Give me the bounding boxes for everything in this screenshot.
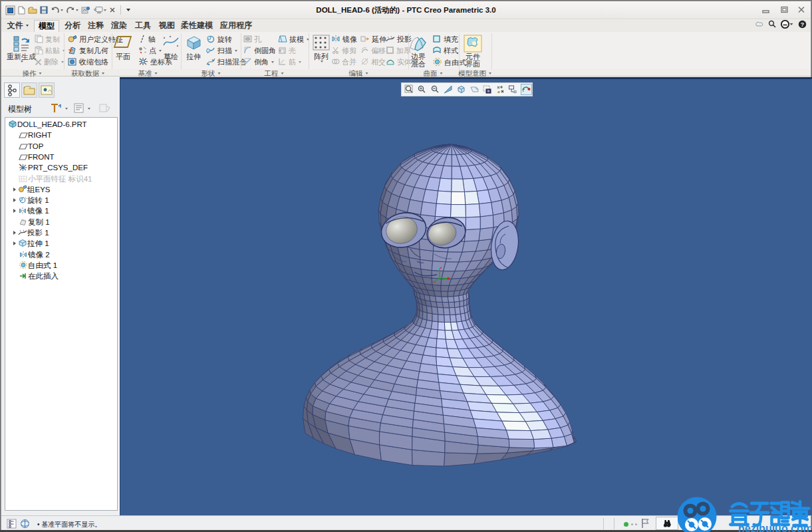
svg-text:hezibuluo.com: hezibuluo.com [738,523,811,532]
svg-text:?: ? [801,21,805,27]
